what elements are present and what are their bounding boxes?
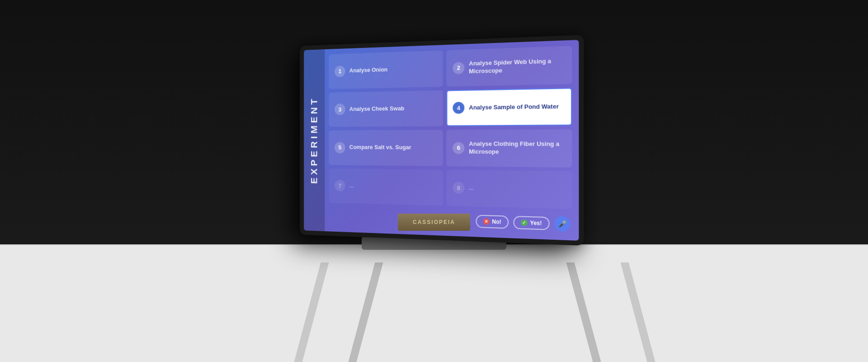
exp-title-8: ...: [469, 184, 474, 192]
exp-number-7: 7: [335, 180, 345, 191]
exp-title-4: Analyse Sample of Pond Water: [469, 103, 559, 112]
x-icon: ✕: [483, 218, 490, 225]
exp-title-1: Analyse Onion: [349, 66, 388, 75]
experiment-grid: 1 Analyse Onion 2 Analyse Spider Web Usi…: [325, 40, 579, 241]
exp-number-3: 3: [335, 104, 345, 115]
exp-card-7[interactable]: 7 ...: [329, 168, 443, 206]
exp-number-2: 2: [453, 62, 464, 74]
sidebar-label-text: EXPERIMENT: [309, 96, 320, 184]
no-label: No!: [492, 219, 501, 225]
exp-card-4[interactable]: 4 Analyse Sample of Pond Water: [447, 88, 572, 126]
exp-card-2[interactable]: 2 Analyse Spider Web Using a Microscope: [447, 46, 572, 86]
exp-card-8[interactable]: 8 ...: [447, 170, 572, 209]
exp-number-5: 5: [335, 142, 345, 153]
mic-icon: 🎤: [558, 220, 566, 228]
exp-title-2: Analyse Spider Web Using a Microscope: [469, 57, 565, 76]
desk-leg: [621, 262, 656, 362]
exp-card-5[interactable]: 5 Compare Salt vs. Sugar: [329, 130, 443, 166]
desk-leg: [349, 262, 383, 362]
exp-number-1: 1: [335, 66, 345, 77]
exp-card-6[interactable]: 6 Analyse Clothing Fiber Using a Microso…: [447, 129, 572, 167]
monitor-screen: EXPERIMENT 1 Analyse Onion 2 Analyse Spi…: [304, 40, 579, 241]
exp-title-5: Compare Salt vs. Sugar: [349, 144, 411, 152]
sidebar-experiment: EXPERIMENT: [304, 49, 325, 231]
desk-surface: [0, 244, 868, 362]
grid-row-3: 5 Compare Salt vs. Sugar 6 Analyse Cloth…: [329, 129, 572, 167]
exp-number-8: 8: [453, 182, 464, 194]
brand-label: CASSIOPEIA: [413, 219, 455, 225]
exp-number-6: 6: [453, 142, 464, 154]
desk-leg: [294, 262, 329, 362]
monitor-nameplate: CASSIOPEIA: [398, 214, 470, 231]
exp-card-3[interactable]: 3 Analyse Cheek Swab: [329, 90, 443, 127]
grid-row-4: 7 ... 8 ...: [329, 168, 572, 209]
exp-number-4: 4: [453, 102, 464, 114]
no-button[interactable]: ✕ No!: [476, 215, 509, 229]
yes-button[interactable]: ✓ Yes!: [514, 216, 550, 230]
mic-button[interactable]: 🎤: [554, 216, 570, 232]
yes-label: Yes!: [530, 219, 542, 226]
desk-leg: [566, 262, 601, 362]
exp-card-1[interactable]: 1 Analyse Onion: [329, 50, 443, 89]
grid-row-1: 1 Analyse Onion 2 Analyse Spider Web Usi…: [329, 46, 572, 89]
exp-title-6: Analyse Clothing Fiber Using a Microsope: [469, 140, 565, 157]
check-icon: ✓: [521, 219, 528, 226]
grid-row-2: 3 Analyse Cheek Swab 4 Analyse Sample of…: [329, 88, 572, 127]
exp-title-3: Analyse Cheek Swab: [349, 105, 405, 113]
exp-title-7: ...: [349, 182, 354, 190]
